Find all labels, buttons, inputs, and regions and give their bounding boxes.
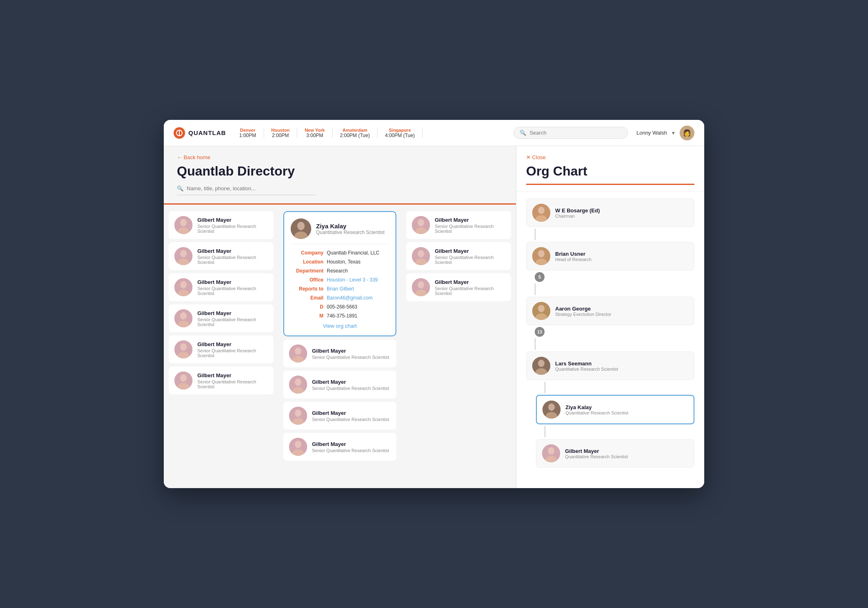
person-title: Senior Quantitative Research Scientist (312, 448, 389, 453)
person-name: Gilbert Mayer (312, 348, 389, 354)
list-item[interactable]: Gilbert Mayer Senior Quantitative Resear… (283, 402, 396, 430)
detail-row-location: Location Houston, Texas (291, 259, 389, 265)
org-panel: ✕ Close Org Chart W E Bosarge (Ed) Chair… (516, 146, 704, 488)
global-search-bar[interactable]: 🔍 (513, 127, 628, 139)
list-item[interactable]: Gilbert Mayer Senior Quantitative Resear… (169, 336, 274, 363)
global-search-input[interactable] (529, 130, 622, 136)
svg-point-4 (180, 219, 187, 226)
person-title: Senior Quantitative Research Scientist (312, 355, 389, 360)
direct-label: D (291, 304, 323, 310)
avatar (289, 407, 307, 425)
user-name: Lonny Walsh (636, 130, 667, 136)
svg-point-60 (538, 207, 545, 214)
list-item[interactable]: Gilbert Mayer Senior Quantitative Resear… (169, 367, 274, 394)
org-connector (545, 382, 545, 393)
org-header: ✕ Close Org Chart (516, 146, 704, 192)
close-button[interactable]: ✕ Close (526, 154, 694, 160)
list-item[interactable]: Gilbert Mayer Senior Quantitative Resear… (406, 273, 511, 301)
person-title: Senior Quantitative Research Scientist (197, 317, 268, 327)
person-name: Gilbert Mayer (197, 372, 268, 378)
list-item[interactable]: Gilbert Mayer Senior Quantitative Resear… (169, 242, 274, 270)
detail-row-reports-to: Reports to Brian Gilbert (291, 286, 389, 292)
org-person-name: Brian Usner (555, 251, 592, 257)
columns-area: Gilbert Mayer Senior Quantitative Resear… (164, 205, 516, 488)
timezone-denver: Denver1:00PM (239, 128, 264, 138)
person-name: Gilbert Mayer (197, 217, 268, 223)
svg-point-28 (297, 222, 305, 230)
view-org-chart-link[interactable]: View org chart (291, 323, 389, 329)
list-item[interactable]: Gilbert Mayer Senior Quantitative Resear… (406, 211, 511, 239)
directory-search-icon: 🔍 (177, 185, 183, 191)
org-person-role: Strategy Exectution Director (555, 312, 611, 317)
svg-point-48 (418, 219, 424, 226)
detail-row-company: Company Quantlab Financial, LLC (291, 250, 389, 256)
svg-point-24 (180, 374, 187, 382)
person-detail-card: Ziya Kalay Quantitative Research Scienti… (283, 211, 396, 336)
person-title: Senior Quantitative Research Scientist (197, 286, 268, 296)
org-connector (535, 338, 536, 350)
email-label: Email (291, 295, 323, 301)
person-name: Gilbert Mayer (312, 441, 389, 447)
expand-badge[interactable]: 5 (535, 272, 545, 282)
email-value[interactable]: Baron46@gmail.com (327, 295, 373, 301)
office-value[interactable]: Houston - Level 3 - 339 (327, 277, 378, 283)
user-menu[interactable]: Lonny Walsh ▼ 👩 (636, 126, 694, 140)
svg-point-72 (538, 360, 545, 367)
org-node[interactable]: Lars Seemann Quantitative Research Scien… (526, 351, 694, 380)
avatar (412, 247, 430, 265)
detail-row-email: Email Baron46@gmail.com (291, 295, 389, 301)
org-person-role: Chairman (555, 214, 600, 218)
org-node[interactable]: Ziya Kalay Quantitative Research Scienti… (536, 395, 694, 424)
person-title: Senior Quantitative Research Scientist (435, 255, 505, 265)
directory-search-bar[interactable]: 🔍 (177, 185, 316, 195)
back-link[interactable]: ← Back home (177, 154, 503, 160)
direct-phone: 005-268-5663 (327, 304, 357, 310)
list-item[interactable]: Gilbert Mayer Senior Quantitative Resear… (283, 340, 396, 367)
main-content: ← Back home Quantlab Directory 🔍 Gilbert… (164, 146, 704, 488)
svg-point-52 (418, 250, 424, 257)
logo-icon (174, 127, 185, 139)
department-value: Research (327, 268, 348, 274)
list-item[interactable]: Gilbert Mayer Senior Quantitative Resear… (283, 433, 396, 461)
org-node[interactable]: Aaron George Strategy Exectution Directo… (526, 297, 694, 325)
reports-to-value[interactable]: Brian Gilbert (327, 286, 354, 292)
directory-search-input[interactable] (187, 185, 316, 191)
person-title: Senior Quantitative Research Scientist (312, 386, 389, 391)
logo[interactable]: QUANTLAB (174, 127, 226, 139)
list-item[interactable]: Gilbert Mayer Senior Quantitative Resear… (169, 211, 274, 239)
detail-avatar (291, 218, 311, 239)
expand-badge[interactable]: 13 (535, 327, 545, 337)
person-name: Gilbert Mayer (435, 217, 505, 223)
person-title: Senior Quantitative Research Scientist (197, 379, 268, 389)
org-person-name: Ziya Kalay (565, 404, 628, 410)
list-item[interactable]: Gilbert Mayer Senior Quantitative Resear… (169, 273, 274, 301)
svg-point-68 (538, 305, 545, 312)
company-value: Quantlab Financial, LLC (327, 250, 380, 256)
detail-row-direct: D 005-268-5663 (291, 304, 389, 310)
person-title: Senior Quantitative Research Scientist (435, 224, 505, 234)
header: QUANTLAB Denver1:00PMHouston2:00PMNew Yo… (164, 120, 704, 146)
list-item[interactable]: Gilbert Mayer Senior Quantitative Resear… (283, 371, 396, 399)
org-person-role: Quantitative Research Scientist (555, 367, 618, 372)
org-node[interactable]: Gilbert Mayer Quantitative Research Scie… (536, 439, 694, 468)
detail-fields: Company Quantlab Financial, LLC Location… (291, 250, 389, 319)
avatar (412, 216, 430, 234)
org-content: W E Bosarge (Ed) Chairman Brian Usner He… (516, 192, 704, 488)
org-node[interactable]: W E Bosarge (Ed) Chairman (526, 198, 694, 227)
directory-header: ← Back home Quantlab Directory 🔍 (164, 146, 516, 203)
org-avatar (532, 247, 550, 265)
list-item[interactable]: Gilbert Mayer Senior Quantitative Resear… (169, 304, 274, 332)
org-avatar (542, 444, 560, 462)
logo-text: QUANTLAB (188, 129, 226, 136)
avatar (174, 216, 192, 234)
mobile-label: M (291, 313, 323, 319)
directory-panel: ← Back home Quantlab Directory 🔍 Gilbert… (164, 146, 516, 488)
list-item[interactable]: Gilbert Mayer Senior Quantitative Resear… (406, 242, 511, 270)
org-node[interactable]: Brian Usner Head of Research (526, 242, 694, 270)
person-name: Gilbert Mayer (435, 248, 505, 254)
detail-row-department: Department Research (291, 268, 389, 274)
svg-point-36 (295, 378, 301, 386)
org-avatar (532, 204, 550, 222)
app-window: QUANTLAB Denver1:00PMHouston2:00PMNew Yo… (164, 120, 704, 488)
org-person-name: Aaron George (555, 306, 611, 312)
